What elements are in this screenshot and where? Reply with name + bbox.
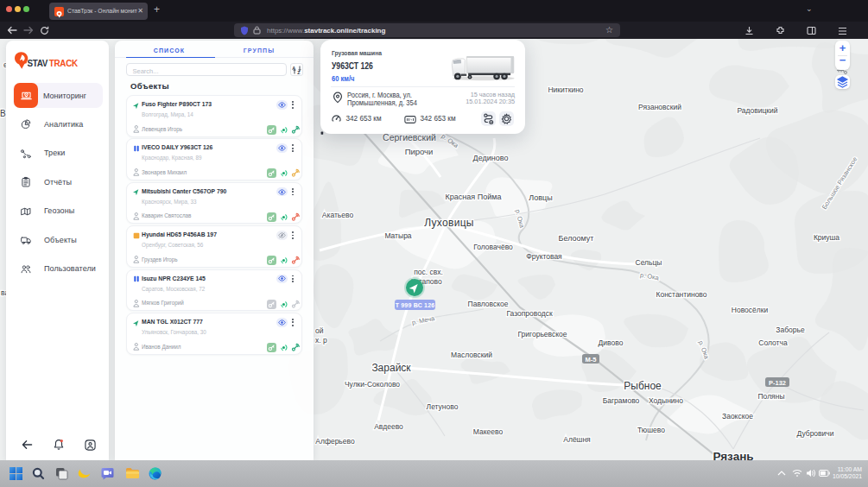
svg-text:Рыбное: Рыбное: [624, 380, 662, 392]
svg-text:Дубровичи: Дубровичи: [796, 429, 833, 438]
svg-text:Акатьево: Акатьево: [322, 211, 354, 219]
svg-text:Т 999 ВС 126: Т 999 ВС 126: [396, 302, 435, 308]
svg-text:Никиткино: Никиткино: [548, 85, 583, 94]
svg-text:Р-132: Р-132: [769, 379, 786, 387]
svg-text:Газопроводск: Газопроводск: [506, 309, 553, 318]
svg-text:Дивово: Дивово: [599, 338, 624, 347]
svg-text:Зарайск: Зарайск: [371, 362, 411, 374]
svg-text:Z: Z: [297, 70, 301, 75]
svg-text:Макеево: Макеево: [473, 427, 504, 436]
svg-text:М-5: М-5: [586, 356, 597, 364]
svg-text:Тюшево: Тюшево: [637, 426, 665, 434]
svg-text:Дединово: Дединово: [473, 154, 509, 162]
svg-text:Головачёво: Головачёво: [473, 243, 513, 251]
svg-text:пос. свх.: пос. свх.: [414, 268, 443, 276]
svg-text:Алёшня: Алёшня: [563, 435, 591, 444]
svg-text:Летуново: Летуново: [427, 402, 459, 411]
svg-text:Константиново: Константиново: [656, 290, 706, 299]
svg-text:Луховицы: Луховицы: [424, 217, 474, 229]
svg-text:Новосёлки: Новосёлки: [732, 306, 769, 314]
svg-text:Баграмово: Баграмово: [603, 396, 640, 405]
svg-text:Авдеево: Авдеево: [374, 422, 403, 431]
svg-text:Ходынино: Ходынино: [649, 396, 683, 405]
svg-text:Фруктовая: Фруктовая: [526, 252, 562, 261]
svg-text:Матыра: Матыра: [384, 231, 411, 240]
svg-text:ой: ой: [315, 326, 324, 335]
svg-text:Павловское: Павловское: [468, 300, 509, 308]
svg-text:Заборье: Заборье: [776, 326, 805, 334]
svg-text:STAV: STAV: [27, 57, 48, 68]
svg-text:Рязань: Рязань: [713, 450, 753, 460]
svg-text:Ловцы: Ловцы: [529, 193, 552, 202]
svg-text:Сельцы: Сельцы: [636, 258, 662, 267]
svg-text:Пирочи: Пирочи: [405, 147, 434, 156]
svg-text:Алферьево: Алферьево: [315, 437, 355, 446]
svg-text:Масловский: Масловский: [451, 351, 492, 359]
svg-text:Заокское: Заокское: [722, 412, 753, 421]
svg-text:Чулки-Соколово: Чулки-Соколово: [345, 380, 400, 389]
svg-text:Поляны: Поляны: [757, 392, 784, 401]
svg-text:Рязановский: Рязановский: [638, 103, 681, 111]
svg-text:Радовицкий: Радовицкий: [737, 106, 777, 115]
svg-text:х. р: х. р: [315, 336, 327, 345]
svg-text:Красная Пойма: Красная Пойма: [446, 193, 502, 201]
svg-text:TRACK: TRACK: [49, 57, 78, 68]
svg-text:Криуша: Криуша: [814, 233, 839, 242]
svg-text:Григорьевское: Григорьевское: [517, 330, 567, 338]
svg-text:Солотча: Солотча: [758, 338, 788, 347]
svg-text:В: В: [0, 109, 6, 118]
svg-text:Белоомут: Белоомут: [559, 234, 594, 243]
